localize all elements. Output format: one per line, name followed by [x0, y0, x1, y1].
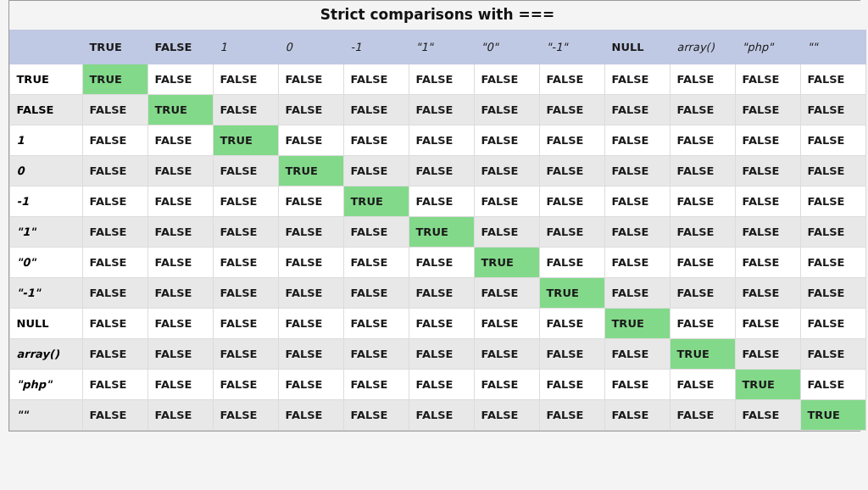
cell-false: FALSE	[604, 248, 670, 278]
cell-false: FALSE	[409, 156, 474, 187]
table-row: "1"FALSEFALSEFALSEFALSEFALSETRUEFALSEFAL…	[9, 217, 865, 248]
cell-true: TRUE	[147, 95, 213, 125]
cell-false: FALSE	[800, 248, 865, 278]
cell-false: FALSE	[735, 125, 800, 156]
cell-false: FALSE	[82, 278, 147, 309]
cell-false: FALSE	[604, 187, 670, 217]
table-title: Strict comparisons with ===	[9, 1, 866, 30]
row-header: ""	[9, 400, 82, 431]
cell-false: FALSE	[670, 95, 735, 125]
cell-true: TRUE	[82, 64, 147, 95]
cell-false: FALSE	[213, 370, 278, 400]
cell-false: FALSE	[735, 64, 800, 95]
cell-true: TRUE	[213, 125, 278, 156]
cell-false: FALSE	[474, 156, 539, 187]
column-header: 0	[278, 31, 343, 64]
cell-false: FALSE	[735, 248, 800, 278]
cell-false: FALSE	[670, 217, 735, 248]
cell-false: FALSE	[800, 156, 865, 187]
cell-false: FALSE	[604, 339, 670, 370]
cell-false: FALSE	[800, 339, 865, 370]
cell-false: FALSE	[670, 248, 735, 278]
cell-false: FALSE	[343, 95, 409, 125]
cell-false: FALSE	[343, 370, 409, 400]
cell-false: FALSE	[213, 278, 278, 309]
cell-false: FALSE	[539, 309, 604, 339]
row-header: TRUE	[9, 64, 82, 95]
cell-false: FALSE	[474, 95, 539, 125]
cell-false: FALSE	[213, 156, 278, 187]
cell-true: TRUE	[474, 248, 539, 278]
cell-true: TRUE	[409, 217, 474, 248]
cell-false: FALSE	[213, 64, 278, 95]
cell-false: FALSE	[735, 217, 800, 248]
cell-false: FALSE	[800, 125, 865, 156]
column-header: "-1"	[539, 31, 604, 64]
cell-false: FALSE	[82, 95, 147, 125]
cell-false: FALSE	[278, 278, 343, 309]
cell-false: FALSE	[147, 187, 213, 217]
cell-false: FALSE	[409, 339, 474, 370]
row-header: FALSE	[9, 95, 82, 125]
cell-false: FALSE	[604, 370, 670, 400]
cell-false: FALSE	[539, 370, 604, 400]
cell-false: FALSE	[409, 278, 474, 309]
column-header: FALSE	[147, 31, 213, 64]
cell-false: FALSE	[800, 217, 865, 248]
cell-false: FALSE	[474, 400, 539, 431]
cell-false: FALSE	[409, 187, 474, 217]
cell-false: FALSE	[147, 309, 213, 339]
cell-false: FALSE	[604, 95, 670, 125]
cell-false: FALSE	[82, 217, 147, 248]
cell-false: FALSE	[147, 125, 213, 156]
cell-false: FALSE	[278, 370, 343, 400]
cell-false: FALSE	[474, 64, 539, 95]
table-head: TRUEFALSE10-1"1""0""-1"NULLarray()"php""…	[9, 31, 865, 64]
cell-false: FALSE	[604, 64, 670, 95]
cell-false: FALSE	[604, 278, 670, 309]
cell-false: FALSE	[82, 370, 147, 400]
cell-false: FALSE	[82, 187, 147, 217]
cell-false: FALSE	[343, 248, 409, 278]
cell-false: FALSE	[474, 125, 539, 156]
cell-false: FALSE	[147, 400, 213, 431]
column-header: "php"	[735, 31, 800, 64]
cell-false: FALSE	[278, 125, 343, 156]
cell-false: FALSE	[409, 64, 474, 95]
table-row: NULLFALSEFALSEFALSEFALSEFALSEFALSEFALSEF…	[9, 309, 865, 339]
cell-false: FALSE	[147, 156, 213, 187]
cell-false: FALSE	[539, 187, 604, 217]
cell-false: FALSE	[800, 95, 865, 125]
cell-false: FALSE	[82, 309, 147, 339]
table-row: ""FALSEFALSEFALSEFALSEFALSEFALSEFALSEFAL…	[9, 400, 865, 431]
cell-false: FALSE	[539, 125, 604, 156]
cell-false: FALSE	[278, 339, 343, 370]
cell-true: TRUE	[800, 400, 865, 431]
cell-false: FALSE	[278, 95, 343, 125]
cell-false: FALSE	[213, 309, 278, 339]
table-row: 1FALSEFALSETRUEFALSEFALSEFALSEFALSEFALSE…	[9, 125, 865, 156]
row-header: "0"	[9, 248, 82, 278]
cell-false: FALSE	[670, 187, 735, 217]
cell-false: FALSE	[800, 278, 865, 309]
cell-false: FALSE	[343, 278, 409, 309]
table-row: -1FALSEFALSEFALSEFALSETRUEFALSEFALSEFALS…	[9, 187, 865, 217]
cell-false: FALSE	[474, 309, 539, 339]
cell-false: FALSE	[343, 217, 409, 248]
cell-false: FALSE	[735, 95, 800, 125]
cell-false: FALSE	[539, 248, 604, 278]
cell-false: FALSE	[213, 339, 278, 370]
table-row: FALSEFALSETRUEFALSEFALSEFALSEFALSEFALSEF…	[9, 95, 865, 125]
header-corner	[9, 31, 82, 64]
cell-false: FALSE	[670, 400, 735, 431]
cell-false: FALSE	[670, 125, 735, 156]
cell-false: FALSE	[278, 217, 343, 248]
cell-false: FALSE	[670, 156, 735, 187]
cell-false: FALSE	[604, 400, 670, 431]
table-row: "0"FALSEFALSEFALSEFALSEFALSEFALSETRUEFAL…	[9, 248, 865, 278]
cell-false: FALSE	[735, 339, 800, 370]
cell-false: FALSE	[474, 217, 539, 248]
cell-false: FALSE	[213, 187, 278, 217]
cell-true: TRUE	[735, 370, 800, 400]
column-header: -1	[343, 31, 409, 64]
